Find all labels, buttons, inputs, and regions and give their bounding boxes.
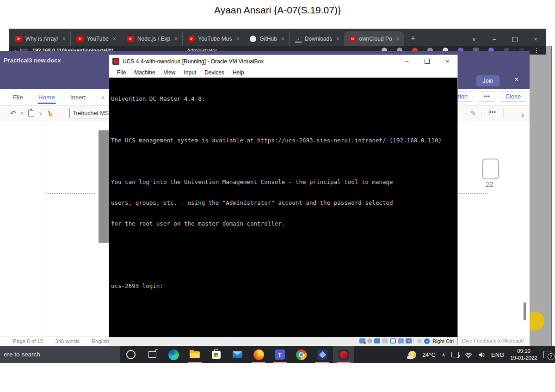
browser-tab-active[interactable]: U ownCloud Po × [344, 31, 404, 46]
browser-menu-icon[interactable]: ⋮ [534, 47, 539, 54]
join-button[interactable]: Join [476, 75, 500, 86]
taskbar-item-virtualbox[interactable] [312, 346, 333, 363]
vm-recording-icon[interactable]: V [406, 338, 412, 343]
minimize-button[interactable]: – [484, 36, 505, 43]
microsoft-store-icon [212, 351, 221, 359]
browser-tab-bar: Why is Array/ × YouTube × Node.js / Exp … [9, 29, 546, 46]
vm-mouse-icon[interactable] [417, 338, 422, 343]
chrome-icon [296, 349, 307, 360]
tray-display-icon[interactable] [451, 352, 459, 357]
comment-box[interactable] [482, 159, 499, 179]
paste-chevron-icon[interactable]: ∨ [39, 111, 42, 116]
vm-usb-icon[interactable] [382, 338, 388, 343]
virtualbox-window-title: UCS 4.4-with-owncloud [Running] - Oracle… [123, 58, 264, 65]
tab-search-chevron-icon[interactable]: ∨ [464, 36, 484, 43]
toolbar-more-icon[interactable]: ••• [489, 109, 496, 116]
menu-file[interactable]: File [113, 69, 130, 76]
tab-close-icon[interactable]: × [280, 36, 285, 42]
virtualbox-title-bar[interactable]: UCS 4.4-with-owncloud [Running] - Oracle… [109, 55, 457, 67]
page-count-label[interactable]: Page 8 of 15 [13, 338, 43, 344]
tray-expand-chevron-icon[interactable]: ∧ [442, 352, 445, 358]
download-icon: ↓ [295, 35, 302, 43]
tab-label: Node.js / Exp [137, 36, 170, 42]
taskbar-item-explorer[interactable] [184, 346, 205, 363]
embedded-image-sliver [99, 130, 109, 243]
vm-optical-drive-icon[interactable] [367, 338, 372, 343]
vm-network-icon[interactable] [374, 338, 380, 343]
vm-display-icon[interactable] [390, 338, 396, 343]
teams-close-icon[interactable]: × [514, 75, 518, 84]
cortana-icon [126, 350, 136, 359]
undo-chevron-icon[interactable]: ∨ [21, 111, 24, 116]
taskbar-item-teams[interactable]: T [269, 346, 290, 363]
tab-close-icon[interactable]: × [112, 36, 117, 42]
task-view-button[interactable] [142, 346, 163, 363]
youtube-icon [15, 36, 22, 42]
terminal-line: The UCS management system is available a… [111, 137, 457, 144]
browser-tab[interactable]: Node.js / Exp × [121, 31, 182, 46]
taskbar-item-store[interactable] [205, 346, 227, 363]
menu-devices[interactable]: Devices [200, 69, 228, 76]
ribbon-tab-home[interactable]: Home [38, 89, 55, 105]
browser-tab[interactable]: GitHub × [244, 31, 289, 46]
statusbar-separator [413, 338, 415, 344]
toolbar-divider [503, 108, 504, 118]
vm-close-button[interactable]: × [438, 58, 457, 65]
tab-close-icon[interactable]: × [395, 36, 401, 42]
taskbar-item-vm-active[interactable] [333, 346, 354, 363]
ribbon-tab-insert[interactable]: Insert [70, 89, 86, 105]
new-tab-button[interactable]: + [411, 34, 416, 43]
wifi-icon[interactable] [465, 352, 472, 358]
vm-harddisk-icon[interactable] [359, 338, 365, 343]
maximize-button[interactable] [512, 37, 518, 42]
document-scrollbar-thumb[interactable] [524, 302, 526, 320]
ribbon-collapse-chevron-icon[interactable]: ∨ [521, 112, 524, 118]
clock[interactable]: 09:10 19-01-2022 [510, 348, 537, 361]
menu-machine[interactable]: Machine [130, 69, 159, 76]
edge-icon [168, 349, 179, 360]
github-icon [250, 36, 256, 42]
ribbon-overflow-chevron-icon[interactable]: ∨ [101, 95, 105, 100]
taskbar-item-edge[interactable] [163, 346, 184, 363]
weather-icon[interactable] [408, 351, 416, 359]
browser-tab[interactable]: YouTube × [70, 31, 121, 46]
close-document-button[interactable]: Close [500, 91, 526, 102]
menu-input[interactable]: Input [180, 69, 201, 76]
browser-tab[interactable]: ↓ Downloads × [289, 31, 344, 46]
volume-icon[interactable] [478, 352, 485, 358]
vm-terminal[interactable]: Univention DC Master 4.4-8: The UCS mana… [109, 78, 457, 338]
terminal-line [111, 158, 457, 165]
language-indicator[interactable]: ENG [491, 351, 504, 358]
cortana-button[interactable] [120, 346, 142, 363]
browser-tab[interactable]: YouTube Mus × [182, 31, 244, 46]
tab-close-icon[interactable]: × [235, 36, 240, 42]
action-center-icon[interactable]: 2 [543, 351, 551, 358]
vm-minimize-button[interactable]: – [397, 58, 417, 65]
paste-clipboard-icon[interactable] [28, 110, 34, 117]
menu-help[interactable]: Help [228, 69, 248, 76]
taskbar-item-chrome[interactable] [290, 346, 312, 363]
taskbar-search-input[interactable]: ere to search [0, 346, 120, 363]
vm-shared-folders-icon[interactable] [398, 338, 404, 343]
undo-icon[interactable]: ↶ [10, 109, 16, 117]
browser-window-controls: ∨ – × [464, 36, 546, 43]
tab-label: GitHub [259, 36, 277, 42]
feedback-button[interactable]: Give Feedback to Microsoft [456, 336, 530, 345]
format-painter-icon[interactable] [46, 109, 54, 117]
browser-tab[interactable]: Why is Array/ × [9, 31, 70, 46]
more-options-button[interactable]: ••• [478, 91, 495, 102]
virtualbox-menu-bar: File Machine View Input Devices Help [109, 67, 457, 78]
menu-view[interactable]: View [160, 69, 180, 76]
word-count-label[interactable]: 346 words [55, 338, 80, 344]
vm-maximize-button[interactable] [425, 59, 430, 64]
ribbon-tab-file[interactable]: File [13, 89, 23, 105]
font-name-select[interactable]: Trebuchet MS [69, 108, 110, 118]
temperature-label[interactable]: 24°C [422, 351, 436, 358]
taskbar-item-mail[interactable] [227, 346, 248, 363]
taskbar-item-firefox[interactable] [248, 346, 269, 363]
tab-close-icon[interactable]: × [173, 36, 179, 42]
close-window-button[interactable]: × [525, 36, 546, 43]
tab-close-icon[interactable]: × [335, 36, 340, 42]
tab-close-icon[interactable]: × [62, 36, 67, 42]
editor-pen-icon[interactable]: ✎ [470, 110, 475, 116]
